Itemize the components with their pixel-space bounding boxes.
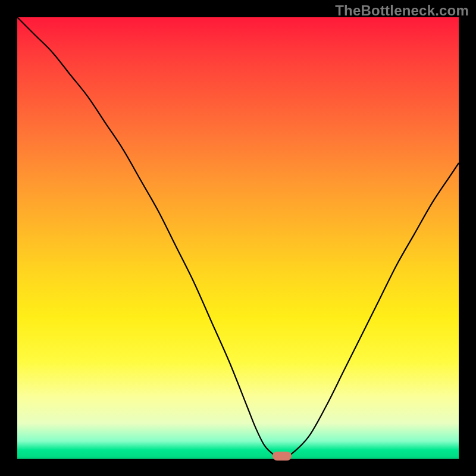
chart-area bbox=[17, 17, 459, 459]
optimal-marker bbox=[273, 452, 292, 461]
watermark-text: TheBottleneck.com bbox=[335, 2, 469, 19]
bottleneck-curve bbox=[17, 17, 459, 459]
